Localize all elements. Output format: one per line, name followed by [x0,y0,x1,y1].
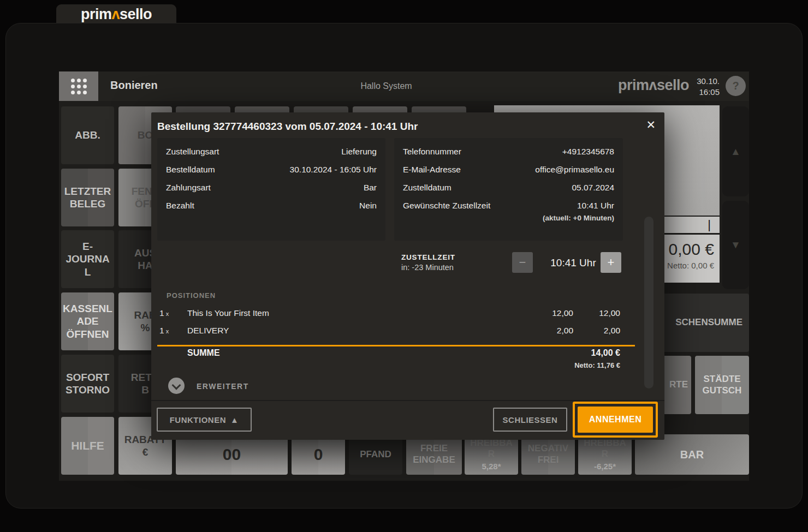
sidebar-item-sofort-storno[interactable]: SOFORT STORNO [61,355,114,413]
button-label: 00 [223,445,241,465]
button-label: RTE [669,379,688,391]
help-button[interactable]: ? [726,76,746,96]
button-label: 0 [314,445,323,465]
zustellzeit-labels: ZUSTELLZEIT in: -23 Minuten [401,253,455,272]
button-label: SOFORT STORNO [66,371,110,396]
info-value: 30.10.2024 - 16:05 Uhr [290,165,377,175]
staedtegutschein-button[interactable]: STÄDTE GUTSCH [695,356,749,414]
time-text: 16:05 [692,87,720,98]
sidebar-item-e-journal[interactable]: E-JOURNA L [61,230,114,288]
brand-logo-mark: ʌ [111,6,120,22]
dialog-scrollbar[interactable] [644,217,653,388]
sum-label: SUMME [187,348,526,358]
position-row[interactable]: 1x DELIVERY 2,00 2,00 [151,322,620,339]
info-label: Zustelldatum [403,183,451,193]
brand-logo: primʌsello [81,6,152,23]
button-label: HREIBBA R [584,438,626,460]
button-label: FUNKTIONEN [170,415,226,425]
text-cursor: | [708,218,711,232]
close-icon[interactable]: ✕ [646,118,656,131]
sidebar-item-abbruch[interactable]: ABB. [61,106,114,164]
order-info-panel-right: Telefonnummer+4912345678 E-Mail-Adresseo… [394,138,623,241]
dialog-title: Bestellung 327774460323 vom 05.07.2024 -… [157,121,418,133]
scroll-down-button[interactable]: ▼ [722,201,749,289]
info-value: 10:41 Uhr [577,201,614,211]
header-brand-post: sello [657,77,689,93]
date-text: 30.10. [692,76,720,87]
position-unit-price: 2,00 [526,326,573,336]
time-minus-button[interactable]: − [512,252,533,273]
position-total-price: 12,00 [573,308,620,318]
button-label: KASSENL ADE ÖFFNEN [63,302,112,340]
schreibbar-button-1[interactable]: HREIBBA R5,28* [465,434,518,475]
pfand-button[interactable]: PFAND [349,434,402,475]
schliessen-button[interactable]: SCHLIESSEN [493,408,567,432]
zustellzeit-label: ZUSTELLZEIT [401,253,455,261]
funktionen-button[interactable]: FUNKTIONEN ▲ [157,408,252,432]
sum-netto: Netto: 11,76 € [151,361,620,369]
page-title: Bonieren [110,79,158,92]
annehmen-button[interactable]: ANNEHMEN [578,407,653,433]
negativ-frei-button[interactable]: NEGATIV FREI [521,434,575,475]
freie-eingabe-button[interactable]: FREIE EINGABE [406,434,462,475]
info-value: Lieferung [341,147,377,157]
button-sublabel: -6,25* [594,462,616,471]
screen: primʌsello Bonieren Hallo System primʌse… [0,0,808,532]
schreibbar-button-2[interactable]: HREIBBA R-6,25* [578,434,632,475]
footer-divider [151,400,664,401]
qty-mult: x [166,310,169,317]
position-row[interactable]: 1x This Is Your First Item 12,00 12,00 [151,304,620,322]
arrow-up-icon: ▲ [230,415,239,425]
menu-button[interactable] [59,71,98,101]
info-label: Telefonnummer [403,147,461,157]
annehmen-button-ring[interactable]: ANNEHMEN [573,402,658,438]
help-icon: ? [732,80,739,92]
info-value: +4912345678 [562,147,614,157]
order-info-panel-left: ZustellungsartLieferung Bestelldatum30.1… [157,138,385,241]
chevron-down-icon[interactable] [168,378,185,394]
grid-menu-icon [71,79,87,94]
order-dialog: Bestellung 327774460323 vom 05.07.2024 -… [151,112,664,440]
qty-mult: x [166,328,169,334]
position-unit-price: 12,00 [526,308,573,318]
info-value: 05.07.2024 [572,183,614,193]
button-label: ANNEHMEN [589,415,641,425]
zustellzeit-value: 10:41 Uhr [535,257,611,269]
button-label: BAR [680,448,704,461]
header-brand-pre: prim [618,77,649,93]
sum-divider-line [157,345,635,346]
button-label: LETZTER BELEG [64,185,111,210]
position-name: This Is Your First Item [187,308,526,318]
button-label: HILFE [71,439,104,453]
arrow-down-icon: ▼ [730,239,741,251]
button-label: BO [138,129,153,141]
button-label: SCHLIESSEN [503,415,558,425]
scroll-up-button[interactable]: ▲ [722,106,749,196]
zustellzeit-note: (aktuell: +0 Minuten) [403,214,614,222]
arrow-up-icon: ▲ [730,146,741,158]
sidebar-item-letzter-beleg[interactable]: LETZTER BELEG [61,169,114,226]
datetime: 30.10. 16:05 [692,76,720,97]
info-label: Zustellungsart [166,147,219,157]
erweitert-label[interactable]: ERWEITERT [197,382,249,391]
time-plus-button[interactable]: + [601,252,621,273]
brand-logo-pre: prim [81,6,112,22]
button-label: HREIBBA R [470,438,512,460]
button-label: NEGATIV FREI [528,443,568,465]
plus-icon: + [608,255,615,270]
greeting-text: Hallo System [328,81,445,91]
sidebar-item-kassenlade-oeffnen[interactable]: KASSENL ADE ÖFFNEN [61,292,114,350]
minus-icon: − [519,255,526,270]
zustellzeit-relative: in: -23 Minuten [401,263,455,272]
sum-value: 14,00 € [573,348,620,358]
sidebar-item-hilfe[interactable]: HILFE [61,417,114,475]
brand-logo-post: sello [120,6,152,22]
keypad-00-button[interactable]: 00 [176,434,288,475]
button-label: FREIE EINGABE [413,443,455,465]
button-label: PFAND [360,449,391,461]
bar-payment-button[interactable]: BAR [635,434,749,475]
browser-tab[interactable]: primʌsello [56,4,176,24]
keypad-0-button[interactable]: 0 [292,434,345,475]
button-label: STÄDTE GUTSCH [703,374,742,396]
info-label: E-Mail-Adresse [403,165,461,175]
